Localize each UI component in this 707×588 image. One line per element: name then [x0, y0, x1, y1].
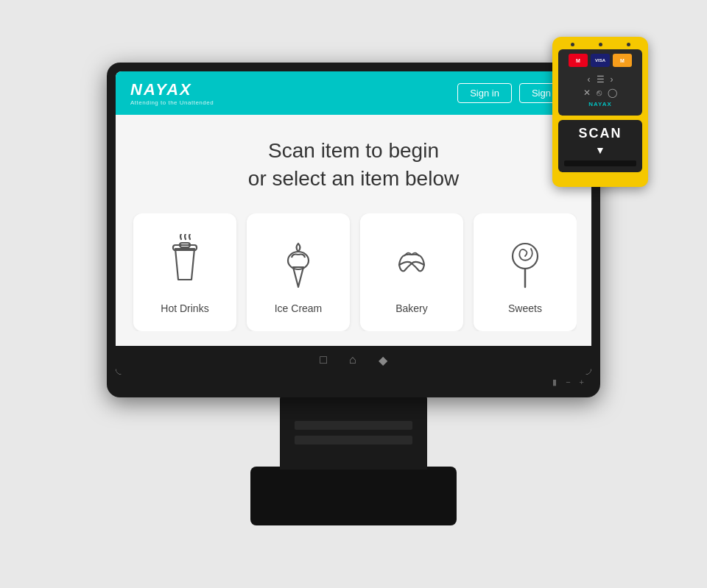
device-top-bar: [558, 43, 642, 46]
device-circle-btn[interactable]: ◯: [608, 88, 617, 98]
back-button[interactable]: □: [320, 353, 327, 366]
scan-arrow-icon: ▼: [564, 144, 636, 156]
pos-terminal: NAYAX Attending to the Unattended Sign i…: [107, 63, 600, 525]
ice-cream-label: Ice Cream: [275, 302, 323, 314]
device-nav-row-1: ‹ ☰ ›: [588, 74, 613, 85]
device-scan-body: SCAN ▼: [558, 120, 642, 172]
sign-in-button[interactable]: Sign in: [457, 83, 512, 103]
tablet-content: Scan item to begin or select an item bel…: [116, 115, 591, 346]
bakery-label: Bakery: [395, 302, 428, 314]
device-dot-2: [627, 43, 630, 46]
device-home-btn[interactable]: ⎋: [597, 88, 602, 98]
minus-icon: −: [566, 378, 570, 387]
stand: [280, 396, 427, 470]
tablet-screen: NAYAX Attending to the Unattended Sign i…: [116, 71, 591, 375]
scan-title-line1: Scan item to begin: [268, 139, 439, 162]
hot-drinks-label: Hot Drinks: [161, 302, 208, 314]
category-ice-cream[interactable]: Ice Cream: [247, 213, 350, 331]
scan-label: SCAN: [564, 126, 636, 141]
mastercard-icon: M: [569, 54, 588, 67]
card-icons: M VISA M: [569, 54, 632, 67]
device-close-btn[interactable]: ✕: [583, 88, 591, 98]
category-hot-drinks[interactable]: Hot Drinks: [133, 213, 236, 331]
nayax-logo: NAYAX: [130, 80, 214, 99]
sweets-label: Sweets: [508, 302, 542, 314]
tablet-footer: ▮ − +: [116, 375, 591, 389]
mastercard2-icon: M: [613, 54, 632, 67]
home-button[interactable]: ⌂: [349, 353, 356, 366]
device-back-btn[interactable]: ‹: [588, 74, 591, 85]
device-screen: M VISA M ‹ ☰ › ✕ ⎋ ◯ NAYAX: [558, 49, 642, 116]
ice-cream-icon: [269, 230, 328, 297]
tablet: NAYAX Attending to the Unattended Sign i…: [107, 63, 600, 397]
tablet-nav-bar: □ ⌂ ◆: [116, 346, 591, 375]
sweets-icon: [496, 230, 555, 297]
hot-drinks-icon: [155, 230, 214, 297]
scene: NAYAX Attending to the Unattended Sign i…: [0, 0, 707, 588]
device-nav-row-2: ✕ ⎋ ◯: [583, 88, 617, 98]
payment-device: M VISA M ‹ ☰ › ✕ ⎋ ◯ NAYAX SCAN ▼: [552, 37, 648, 187]
plus-icon: +: [580, 378, 584, 387]
bakery-icon: [382, 230, 441, 297]
stand-base: [250, 467, 457, 525]
nayax-header: NAYAX Attending to the Unattended Sign i…: [116, 71, 591, 115]
scan-title-line2: or select an item below: [248, 167, 459, 190]
device-brand-label: NAYAX: [588, 101, 612, 107]
nayax-tagline: Attending to the Unattended: [130, 99, 214, 106]
visa-icon: VISA: [591, 54, 610, 67]
nayax-logo-area: NAYAX Attending to the Unattended: [130, 80, 214, 106]
stand-slot-1: [295, 421, 412, 430]
categories-row: Hot Drinks: [130, 213, 577, 331]
device-dot-1: [571, 43, 574, 46]
device-camera: [599, 43, 602, 46]
scan-title: Scan item to begin or select an item bel…: [130, 137, 577, 193]
category-bakery[interactable]: Bakery: [360, 213, 463, 331]
category-sweets[interactable]: Sweets: [474, 213, 577, 331]
device-menu-btn[interactable]: ☰: [597, 74, 605, 85]
device-bottom: [552, 172, 648, 187]
device-scan-slot: [564, 160, 636, 166]
battery-icon: ▮: [552, 378, 557, 387]
device-next-btn[interactable]: ›: [611, 74, 613, 85]
stand-slot-2: [295, 436, 412, 444]
recent-button[interactable]: ◆: [379, 353, 387, 367]
